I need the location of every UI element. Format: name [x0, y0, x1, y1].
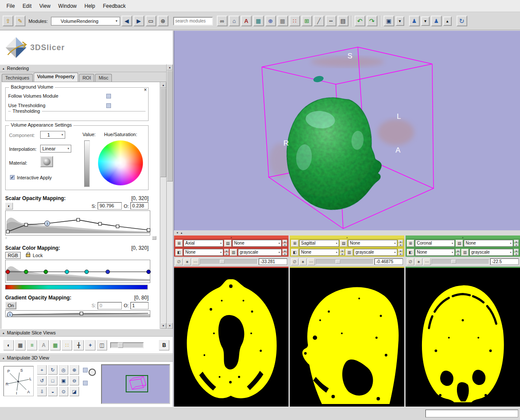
search-modules-input[interactable]	[173, 17, 213, 25]
menu-edit[interactable]: Edit	[19, 1, 35, 11]
add-data-button[interactable]: ⊞	[301, 16, 312, 26]
refresh-button[interactable]: ↻	[457, 16, 467, 26]
color-transfer-nodes[interactable]	[6, 270, 151, 274]
screenshot-button[interactable]: ▣	[59, 376, 68, 385]
interpolation-select[interactable]: Linear ▾	[40, 145, 71, 153]
label-map-button[interactable]: ▦	[15, 340, 25, 350]
models-module-button[interactable]: ▩	[277, 16, 288, 26]
scroll-up-icon[interactable]: ▴	[160, 82, 166, 88]
module-search-button[interactable]: ∞	[217, 16, 228, 26]
slice-menu-button[interactable]: ⊞	[407, 240, 414, 247]
load-scene-button[interactable]: ⇧	[3, 16, 13, 26]
compare-views-button[interactable]: ◫	[97, 340, 107, 350]
tab-techniques[interactable]: Techniques	[2, 74, 33, 82]
panel-scroll-thumb[interactable]	[167, 70, 173, 181]
menu-help[interactable]: Help	[81, 1, 99, 11]
colormap-spinner[interactable]: ▴▾	[282, 249, 287, 255]
data-module-button[interactable]: ▦	[253, 16, 264, 26]
visibility-options-button[interactable]: ∗	[184, 258, 191, 265]
panel-scroll-track[interactable]	[167, 70, 173, 323]
colormap-spinner[interactable]: ▴▾	[398, 249, 403, 255]
scroll-down-icon[interactable]: ▾	[167, 323, 173, 329]
stereo-button[interactable]: ⊙	[59, 387, 68, 396]
range-right-handle[interactable]	[152, 236, 156, 240]
slice-offset-slider[interactable]	[316, 259, 374, 264]
gradient-s-field[interactable]: 0	[98, 302, 122, 309]
view-option-checkbox-2[interactable]	[83, 381, 88, 385]
pan-zoom-button[interactable]: +	[85, 340, 95, 350]
annotation-toggle-button[interactable]: A	[38, 340, 49, 350]
editor-module-button[interactable]: ▤	[338, 16, 349, 26]
undo-button[interactable]: ↶	[355, 16, 365, 26]
interactive-apply-checkbox[interactable]: ✓	[10, 175, 15, 180]
foreground-layer-button[interactable]: ◧	[175, 249, 183, 256]
colormap-button[interactable]: ▥	[461, 249, 469, 256]
view-3d[interactable]: S R L A	[174, 31, 520, 230]
fiducial-visibility-button[interactable]: ∷	[62, 340, 72, 350]
value-gradient-bar[interactable]	[84, 140, 90, 187]
foreground-layer-button[interactable]: ◧	[407, 249, 414, 256]
colormap-button[interactable]: ▥	[346, 249, 353, 256]
link-views-button[interactable]: ∅	[175, 258, 183, 265]
spin-button[interactable]: ↻	[48, 365, 57, 375]
home-module-button[interactable]: ⌂	[229, 16, 240, 26]
view-menu-arrow[interactable]: ▴	[443, 16, 452, 26]
module-history-button[interactable]: ▭	[146, 16, 156, 26]
link-views-button[interactable]: ∅	[407, 258, 414, 265]
gradient-o-field[interactable]: 1	[130, 302, 149, 309]
colormap-select[interactable]: grayscale▾	[238, 249, 282, 256]
label-layer-button[interactable]: ▤	[456, 240, 463, 247]
close-icon[interactable]: ×	[144, 87, 147, 93]
transforms-module-button[interactable]: ╱	[314, 16, 324, 26]
label-outline-button[interactable]: ▦	[50, 340, 60, 350]
preview-view-box[interactable]	[126, 375, 148, 392]
gradient-opacity-histogram[interactable]: 1	[5, 310, 150, 317]
slice-view-sagittal[interactable]	[290, 267, 404, 407]
colormap-select[interactable]: grayscale▾	[469, 249, 513, 256]
colormap-select[interactable]: grayscale▾	[354, 249, 397, 256]
manipulate-slice-header[interactable]: ▴ Manipulate Slice Views	[0, 329, 173, 337]
foreground-opacity-spinner[interactable]: ▴▾	[224, 249, 229, 255]
compositing-button[interactable]: ≡	[27, 340, 37, 350]
fiducials-module-button[interactable]: ∷	[289, 16, 300, 26]
foreground-layer-button[interactable]: ◧	[291, 249, 298, 256]
pin-icon[interactable]: ▴	[346, 235, 348, 239]
label-opacity-spinner[interactable]: ▴▾	[398, 240, 403, 246]
lock-icon[interactable]	[26, 254, 30, 257]
label-layer-select[interactable]: None▾	[464, 240, 513, 247]
label-opacity-slider[interactable]	[110, 342, 144, 348]
colormap-spinner[interactable]: ▴▾	[514, 249, 519, 255]
slice-menu-button[interactable]: ⊞	[175, 240, 183, 247]
tab-roi[interactable]: ROI	[79, 74, 95, 82]
orientation-compass[interactable]: P S L R I A	[3, 366, 34, 396]
module-settings-button[interactable]: ⊛	[158, 16, 168, 26]
view-user-button[interactable]: ♟	[431, 16, 442, 26]
menu-feedback[interactable]: Feedback	[99, 1, 130, 11]
hue-saturation-wheel[interactable]	[98, 140, 143, 185]
module-next-button[interactable]: ▶	[133, 16, 144, 26]
menu-view[interactable]: View	[35, 1, 54, 11]
component-select[interactable]: 1 ▾	[40, 131, 65, 139]
scalar-color-histogram[interactable]	[5, 260, 150, 283]
slider-thumb[interactable]	[336, 260, 340, 264]
module-back-button[interactable]: ◀	[121, 16, 132, 26]
inner-scroll-track[interactable]	[160, 88, 166, 323]
foreground-opacity-spinner[interactable]: ▴▾	[340, 249, 345, 255]
collapse-up-icon[interactable]: ▴	[181, 231, 183, 235]
more-options-button[interactable]: ⋯	[308, 258, 315, 265]
navigation-preview[interactable]	[101, 364, 170, 404]
scalar-o-field[interactable]: 0.238	[130, 202, 149, 210]
snapshot-menu-arrow[interactable]: ▾	[396, 16, 404, 26]
layout-user-button[interactable]: ♟	[409, 16, 420, 26]
pin-icon[interactable]: ▴	[231, 235, 232, 239]
layout-menu-arrow[interactable]: ▾	[421, 16, 430, 26]
visibility-button[interactable]: ◒	[48, 387, 57, 396]
modules-select[interactable]: VolumeRendering ▾	[51, 17, 120, 25]
label-layer-select[interactable]: None▾	[348, 240, 397, 247]
slider-thumb[interactable]	[118, 343, 123, 348]
more-options-button[interactable]: ⋯	[423, 258, 431, 265]
rendering-section-header[interactable]: ▴ Rendering	[0, 64, 166, 72]
label-opacity-spinner[interactable]: ▴▾	[282, 240, 287, 246]
label-opacity-spinner[interactable]: ▴▾	[514, 240, 519, 246]
save-scene-button[interactable]: ✎	[15, 16, 25, 26]
